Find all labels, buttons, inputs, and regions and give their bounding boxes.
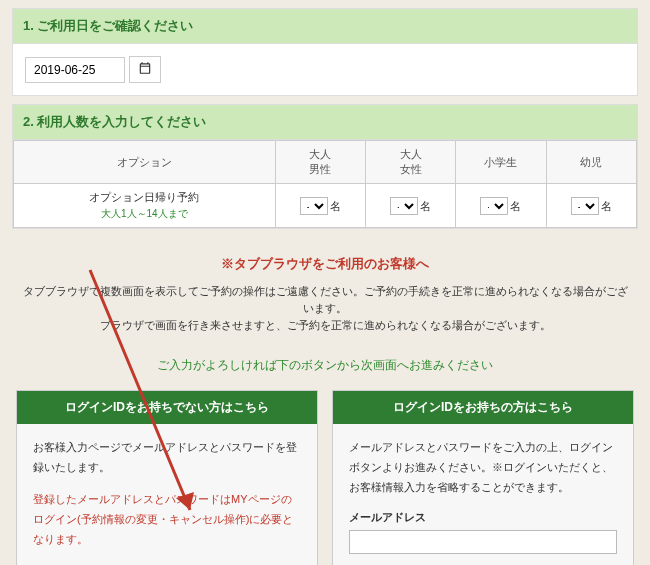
no-login-title: ログインIDをお持ちでない方はこちら <box>17 391 317 424</box>
login-text: メールアドレスとパスワードをご入力の上、ログインボタンよりお進みください。※ログ… <box>349 438 617 497</box>
unit-label: 名 <box>510 200 521 212</box>
notice-title: ※タブブラウザをご利用のお客様へ <box>20 255 630 273</box>
section2-title: 2. 利用人数を入力してください <box>13 105 637 140</box>
select-adult-male[interactable]: -- <box>300 197 328 215</box>
notice-line2: ブラウザで画面を行き来させますと、ご予約を正常に進められなくなる場合がございます… <box>20 317 630 334</box>
login-columns: ログインIDをお持ちでない方はこちら お客様入力ページでメールアドレスとパスワー… <box>0 390 650 565</box>
col-option: オプション <box>14 141 276 184</box>
guests-panel: 2. 利用人数を入力してください オプション 大人 男性 大人 女性 小学生 幼… <box>12 104 638 229</box>
date-panel: 1. ご利用日をご確認ください <box>12 8 638 96</box>
email-field[interactable] <box>349 530 617 554</box>
select-elementary[interactable]: -- <box>480 197 508 215</box>
col-elementary: 小学生 <box>456 141 546 184</box>
unit-label: 名 <box>420 200 431 212</box>
option-sub: 大人1人～14人まで <box>18 207 271 221</box>
col-adult-male: 大人 男性 <box>275 141 365 184</box>
unit-label: 名 <box>330 200 341 212</box>
options-table: オプション 大人 男性 大人 女性 小学生 幼児 オプション日帰り予約 大人1人… <box>13 140 637 228</box>
table-row: オプション日帰り予約 大人1人～14人まで --名 --名 --名 --名 <box>14 184 637 228</box>
unit-label: 名 <box>601 200 612 212</box>
col-adult-female: 大人 女性 <box>365 141 455 184</box>
tab-browser-notice: ※タブブラウザをご利用のお客様へ タブブラウザで複数画面を表示してご予約の操作は… <box>20 255 630 333</box>
no-login-card: ログインIDをお持ちでない方はこちら お客様入力ページでメールアドレスとパスワー… <box>16 390 318 565</box>
date-row <box>25 56 625 83</box>
option-name: オプション日帰り予約 <box>89 191 199 203</box>
email-label: メールアドレス <box>349 508 617 528</box>
date-input[interactable] <box>25 57 125 83</box>
no-login-warning: 登録したメールアドレスとパスワードはMYページのログイン(予約情報の変更・キャン… <box>33 490 301 549</box>
no-login-text1: お客様入力ページでメールアドレスとパスワードを登録いたします。 <box>33 438 301 478</box>
select-infant[interactable]: -- <box>571 197 599 215</box>
notice-line1: タブブラウザで複数画面を表示してご予約の操作はご遠慮ください。ご予約の手続きを正… <box>20 283 630 317</box>
section1-title: 1. ご利用日をご確認ください <box>13 9 637 44</box>
calendar-icon <box>138 64 152 78</box>
calendar-button[interactable] <box>129 56 161 83</box>
col-infant: 幼児 <box>546 141 636 184</box>
login-card: ログインIDをお持ちの方はこちら メールアドレスとパスワードをご入力の上、ログイ… <box>332 390 634 565</box>
login-title: ログインIDをお持ちの方はこちら <box>333 391 633 424</box>
proceed-message: ご入力がよろしければ下のボタンから次画面へお進みください <box>0 357 650 374</box>
select-adult-female[interactable]: -- <box>390 197 418 215</box>
